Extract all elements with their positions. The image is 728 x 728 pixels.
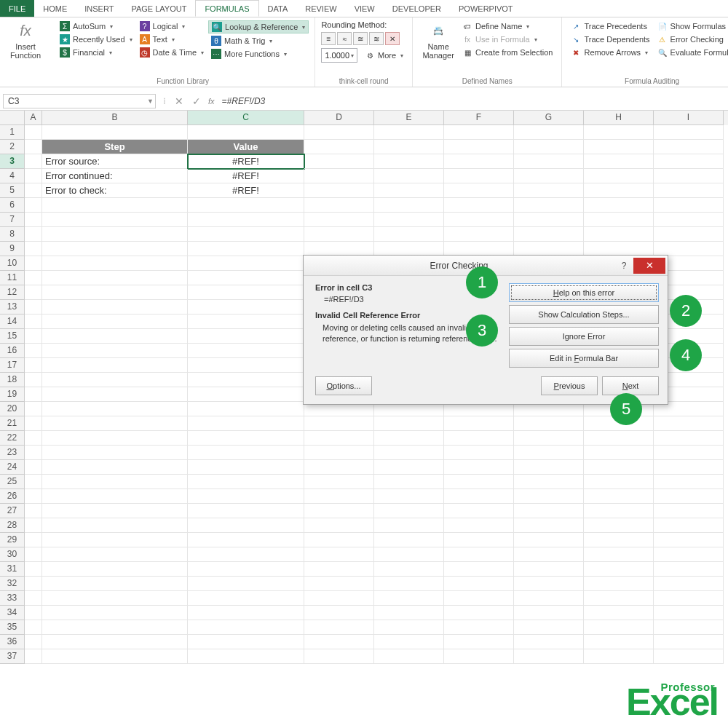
cell[interactable] [42,547,188,562]
cell[interactable] [654,475,724,489]
cell[interactable] [304,140,374,154]
col-header-I[interactable]: I [654,111,724,125]
cell[interactable] [188,504,304,518]
cell[interactable] [304,213,374,227]
cell[interactable] [654,577,724,591]
tc-value-field[interactable]: 1.0000▾ [321,48,357,63]
cell[interactable] [188,402,304,416]
cell[interactable] [25,547,42,562]
cell[interactable] [654,489,724,504]
row-header-2[interactable]: 2 [0,140,25,154]
cell[interactable] [444,591,514,606]
cell[interactable]: Error continued: [42,169,188,183]
cell[interactable] [42,358,188,373]
cell[interactable] [188,271,304,285]
cell[interactable] [584,169,654,183]
cell[interactable]: Step [42,140,188,154]
cell[interactable] [188,314,304,329]
cell[interactable] [25,591,42,606]
row-header-14[interactable]: 14 [0,314,25,329]
cell[interactable] [25,329,42,344]
cell[interactable] [654,125,724,140]
col-header-G[interactable]: G [514,111,584,125]
cell[interactable] [444,577,514,591]
cell[interactable] [374,213,444,227]
cell[interactable] [654,431,724,446]
col-header-A[interactable]: A [25,111,42,125]
cell[interactable] [654,169,724,183]
cell[interactable] [188,446,304,460]
cell[interactable] [654,504,724,518]
cell[interactable] [25,227,42,242]
cell[interactable] [374,125,444,140]
cell[interactable] [584,547,654,562]
cell[interactable] [42,373,188,387]
cell[interactable] [25,373,42,387]
tab-home[interactable]: HOME [34,0,76,17]
cell[interactable] [584,577,654,591]
cell[interactable] [188,562,304,577]
cell[interactable] [25,518,42,533]
cell[interactable] [514,649,584,664]
cell[interactable] [304,635,374,649]
cell[interactable] [584,591,654,606]
cell[interactable] [42,489,188,504]
options-button[interactable]: Options... [315,376,372,395]
cell[interactable] [584,198,654,213]
cell[interactable] [42,649,188,664]
row-header-32[interactable]: 32 [0,577,25,591]
cell[interactable] [42,620,188,635]
row-header-16[interactable]: 16 [0,344,25,358]
cell[interactable] [25,344,42,358]
create-from-selection-button[interactable]: ▦Create from Selection [459,47,555,58]
col-header-H[interactable]: H [584,111,654,125]
row-header-1[interactable]: 1 [0,125,25,140]
cell[interactable] [374,504,444,518]
cell[interactable] [584,242,654,256]
cell[interactable] [188,285,304,300]
cell[interactable] [188,387,304,402]
cell[interactable] [25,154,42,169]
row-header-33[interactable]: 33 [0,591,25,606]
cell[interactable]: #REF! [188,154,304,169]
cell[interactable] [584,460,654,475]
ignore-error-button[interactable]: Ignore Error [509,327,659,346]
cell[interactable] [444,504,514,518]
cell[interactable] [514,125,584,140]
cell[interactable] [25,431,42,446]
cell[interactable] [374,547,444,562]
cell[interactable] [25,402,42,416]
cell[interactable] [584,183,654,198]
cell[interactable] [654,242,724,256]
cell[interactable] [584,475,654,489]
trace-dependents-button[interactable]: ↘Trace Dependents [568,33,652,45]
cell[interactable] [374,635,444,649]
row-header-15[interactable]: 15 [0,329,25,344]
cell[interactable] [584,562,654,577]
col-header-E[interactable]: E [374,111,444,125]
cell[interactable] [304,183,374,198]
cell[interactable] [25,169,42,183]
row-header-11[interactable]: 11 [0,271,25,285]
cell[interactable] [654,154,724,169]
cell[interactable] [25,635,42,649]
tc-btn-1[interactable]: ≡ [321,32,336,45]
cell[interactable] [304,591,374,606]
cell[interactable] [444,213,514,227]
cell[interactable] [654,649,724,664]
cell[interactable] [25,256,42,271]
cell[interactable]: Value [188,140,304,154]
cell[interactable] [374,446,444,460]
cell[interactable] [188,344,304,358]
cell[interactable] [584,489,654,504]
tc-btn-4[interactable]: ≋ [369,32,384,45]
cell[interactable] [514,562,584,577]
cell[interactable] [444,183,514,198]
cell[interactable] [654,416,724,431]
cell[interactable] [514,577,584,591]
cell[interactable] [654,606,724,620]
cell[interactable] [374,606,444,620]
cell[interactable] [444,416,514,431]
lookup-reference-button[interactable]: 🔍Lookup & Reference▾ [208,20,309,33]
row-header-6[interactable]: 6 [0,198,25,213]
